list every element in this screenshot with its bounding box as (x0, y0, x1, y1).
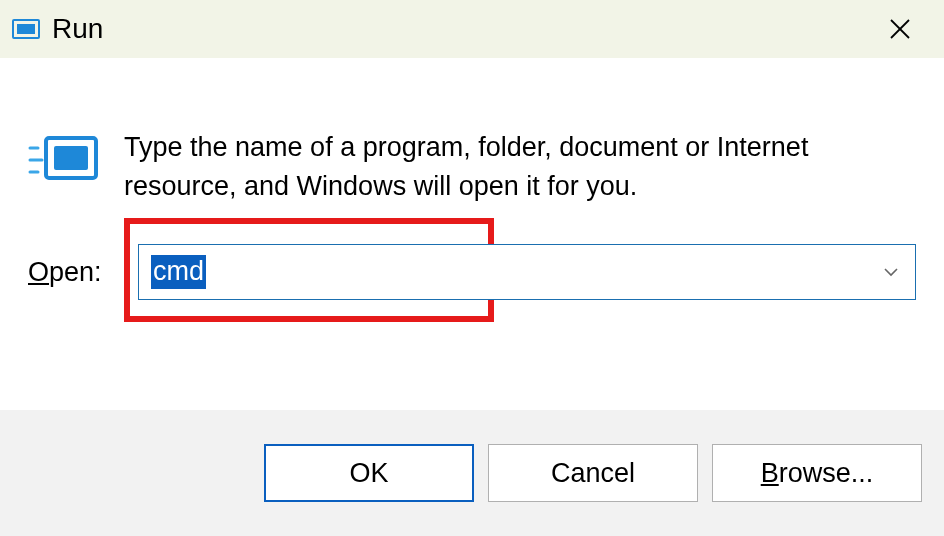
run-icon-small (12, 17, 42, 41)
open-row: Open: cmd (28, 244, 916, 300)
open-label: Open: (28, 257, 110, 288)
browse-button-label: Browse... (761, 458, 874, 489)
browse-button[interactable]: Browse... (712, 444, 922, 502)
run-icon-large (28, 132, 100, 188)
svg-rect-1 (17, 24, 35, 34)
close-icon (888, 17, 912, 41)
titlebar: Run (0, 0, 944, 58)
ok-button-label: OK (349, 458, 388, 489)
ok-button[interactable]: OK (264, 444, 474, 502)
combo-wrapper: cmd (138, 244, 916, 300)
svg-rect-5 (54, 146, 88, 170)
cancel-button-label: Cancel (551, 458, 635, 489)
description-row: Type the name of a program, folder, docu… (28, 86, 916, 242)
close-button[interactable] (880, 9, 920, 49)
dialog-content: Type the name of a program, folder, docu… (0, 58, 944, 300)
cancel-button[interactable]: Cancel (488, 444, 698, 502)
button-bar: OK Cancel Browse... (0, 410, 944, 536)
chevron-down-icon[interactable] (881, 262, 901, 282)
description-text: Type the name of a program, folder, docu… (124, 128, 916, 206)
open-combobox[interactable]: cmd (138, 244, 916, 300)
open-input-value: cmd (151, 255, 206, 289)
window-title: Run (52, 13, 103, 45)
